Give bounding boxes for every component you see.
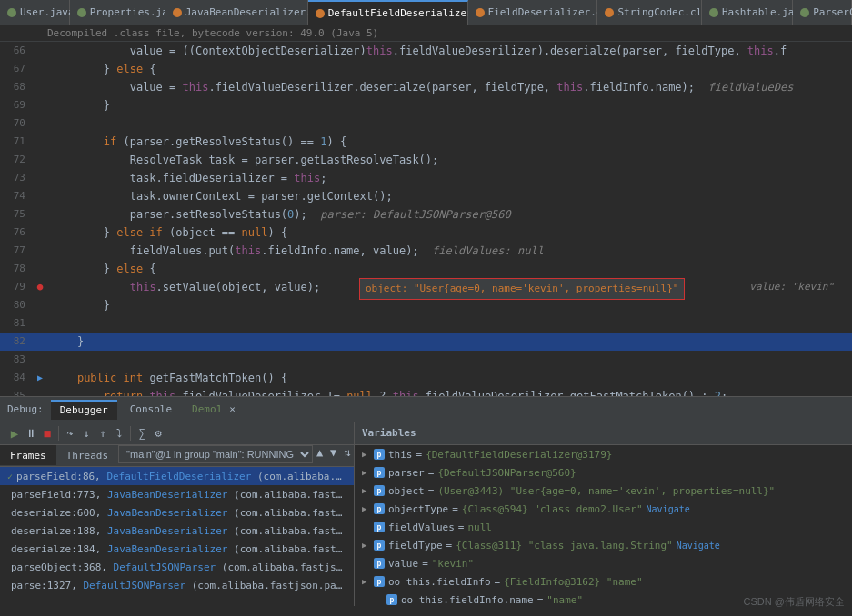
frames-list: ✓ parseField:86, DefaultFieldDeserialize…: [0, 467, 354, 606]
line-content-68: value = this.fieldValueDeserilizer.deser…: [47, 78, 852, 96]
tab-icon-properties: [77, 8, 86, 17]
frame-text-6: parse:1327, DefaultJSONParser (com.aliba…: [11, 580, 346, 591]
debug-controls: ▶ ⏸ ■ ↷ ↓ ↑ ⤵ ∑ ⚙: [7, 426, 165, 441]
tab-icon-user: [7, 8, 16, 17]
var-item-this[interactable]: ▶ p this = {DefaultFieldDeserializer@317…: [355, 445, 852, 463]
tab-icon-defaultfield: [316, 9, 325, 18]
line-number-66: 66: [0, 42, 33, 60]
var-eq-fieldtype: =: [446, 540, 453, 551]
var-val-fieldtype: {Class@311} "class java.lang.String": [456, 540, 672, 551]
tab-parserco[interactable]: ParserCo: [793, 0, 852, 25]
pause-icon[interactable]: ⏸: [24, 426, 38, 441]
code-line-82: 82 }: [0, 333, 852, 351]
frame-item-3[interactable]: deserialze:188, JavaBeanDeserializer (co…: [0, 522, 354, 540]
debug-session-close[interactable]: ×: [229, 403, 236, 415]
stop-icon[interactable]: ■: [40, 426, 55, 441]
debug-session-label[interactable]: Demo1: [192, 403, 222, 415]
var-item-fieldvalues[interactable]: ▶ p fieldValues = null: [355, 518, 852, 536]
code-line-67: 67 } else {: [0, 60, 852, 78]
frame-text-1: parseField:773, JavaBeanDeserializer (co…: [11, 489, 346, 501]
settings-icon[interactable]: ⚙: [151, 426, 165, 441]
code-line-85: 85 return this.fieldValueDeserilizer != …: [0, 387, 852, 396]
expand-fieldtype[interactable]: ▶: [362, 541, 371, 550]
var-item-objecttype[interactable]: ▶ p objectType = {Class@594} "class demo…: [355, 500, 852, 518]
frame-item-1[interactable]: parseField:773, JavaBeanDeserializer (co…: [0, 485, 354, 503]
line-number-84: 84: [0, 369, 33, 387]
line-content-76: } else if (object == null) {: [47, 224, 852, 242]
tab-defaultfield[interactable]: DefaultFieldDeserializer.class ×: [308, 0, 468, 25]
var-name-fieldtype: fieldType: [388, 540, 443, 551]
frame-item-4[interactable]: deserialze:184, JavaBeanDeserializer (co…: [0, 540, 354, 558]
vars-list: ▶ p this = {DefaultFieldDeserializer@317…: [355, 445, 852, 606]
line-number-76: 76: [0, 224, 33, 242]
var-name-this: this: [388, 449, 413, 461]
frame-check-0: ✓: [7, 472, 13, 482]
p-icon-fieldvalues: p: [373, 521, 386, 533]
tab-label-user: User.java: [20, 6, 75, 18]
step-out-icon[interactable]: ↑: [95, 426, 110, 441]
code-line-83: 83: [0, 351, 852, 369]
tab-label-parserco: ParserCo: [813, 6, 852, 18]
code-line-76: 76 } else if (object == null) {: [0, 224, 852, 242]
expand-parser[interactable]: ▶: [362, 468, 371, 477]
tab-user[interactable]: User.java ×: [0, 0, 70, 25]
frame-item-5[interactable]: parseObject:368, DefaultJSONParser (com.…: [0, 558, 354, 576]
frame-text-5: parseObject:368, DefaultJSONParser (com.…: [11, 561, 346, 573]
step-into-icon[interactable]: ↓: [79, 426, 94, 441]
frame-item-2[interactable]: deserialze:600, JavaBeanDeserializer (co…: [0, 503, 354, 522]
tab-fielddeserializer[interactable]: FieldDeserializer.class ×: [468, 0, 598, 25]
evaluate-icon[interactable]: ∑: [135, 426, 149, 441]
tab-javabean[interactable]: JavaBeanDeserializer.class ×: [165, 0, 308, 25]
frame-item-6[interactable]: parse:1327, DefaultJSONParser (com.aliba…: [0, 576, 354, 594]
navigate-objecttype[interactable]: Navigate: [647, 504, 690, 514]
var-val-parser: {DefaultJSONParser@560}: [437, 467, 576, 479]
tab-debugger[interactable]: Debugger: [51, 400, 117, 420]
line-number-83: 83: [0, 351, 33, 369]
var-item-parser[interactable]: ▶ p parser = {DefaultJSONParser@560}: [355, 463, 852, 482]
tab-stringcodec[interactable]: StringCodec.class ×: [597, 0, 701, 25]
run-to-cursor-icon[interactable]: ⤵: [112, 426, 126, 441]
line-content-71: if (parser.getResolveStatus() == 1) {: [47, 133, 852, 151]
var-val-fieldvalues: null: [467, 522, 492, 533]
expand-fieldinfo[interactable]: ▶: [362, 577, 371, 586]
tab-icon-parserco: [800, 8, 809, 17]
line-number-70: 70: [0, 114, 33, 133]
var-name-fieldvalues: fieldValues: [388, 522, 455, 533]
value-hint-79: value: "kevin": [749, 278, 834, 296]
tab-properties[interactable]: Properties.java ×: [70, 0, 165, 25]
expand-this[interactable]: ▶: [362, 450, 371, 459]
frame-text-3: deserialze:188, JavaBeanDeserializer (co…: [11, 525, 346, 537]
tab-hashtable[interactable]: Hashtable.java ×: [702, 0, 793, 25]
arrow-up-icon[interactable]: ▲: [315, 445, 325, 460]
code-line-77: 77 fieldValues.put(this.fieldInfo.name, …: [0, 242, 852, 260]
tab-console[interactable]: Console: [121, 400, 181, 420]
p-icon-fieldinfo-name: p: [386, 593, 398, 606]
var-item-value[interactable]: ▶ p value = "kevin": [355, 554, 852, 572]
var-eq-this: =: [416, 449, 423, 461]
watermark: CSDN @伟盾网络安全: [744, 595, 845, 609]
code-line-79: 79 ● this.setValue(object, value); objec…: [0, 278, 852, 296]
frame-text-2: deserialze:600, JavaBeanDeserializer (co…: [11, 507, 346, 519]
var-item-fieldtype[interactable]: ▶ p fieldType = {Class@311} "class java.…: [355, 536, 852, 554]
navigate-fieldtype[interactable]: Navigate: [677, 541, 720, 551]
var-item-fieldinfo[interactable]: ▶ p oo this.fieldInfo = {FieldInfo@3162}…: [355, 572, 852, 591]
resume-icon[interactable]: ▶: [7, 426, 22, 441]
expand-objecttype[interactable]: ▶: [362, 504, 371, 513]
frame-text-4: deserialze:184, JavaBeanDeserializer (co…: [11, 543, 346, 555]
tab-icon-javabean: [173, 8, 182, 17]
expand-object[interactable]: ▶: [362, 486, 371, 495]
var-item-object[interactable]: ▶ p object = (User@3443) "User{age=0, na…: [355, 482, 852, 500]
arrow-down-icon[interactable]: ▼: [328, 445, 338, 460]
frames-panel: ▶ ⏸ ■ ↷ ↓ ↑ ⤵ ∑ ⚙ Frames Threads "main"@…: [0, 422, 355, 606]
subtab-frames[interactable]: Frames: [0, 445, 56, 465]
step-over-icon[interactable]: ↷: [63, 426, 77, 441]
line-gutter-84: ▶: [33, 369, 47, 387]
thread-selector[interactable]: "main"@1 in group "main": RUNNING: [118, 445, 313, 463]
sort-icon[interactable]: ⇅: [342, 445, 352, 460]
line-content-66: value = ((ContextObjectDeserializer)this…: [47, 42, 852, 60]
var-eq-objecttype: =: [452, 503, 458, 515]
frame-item-0[interactable]: ✓ parseField:86, DefaultFieldDeserialize…: [0, 467, 354, 485]
var-name-fieldinfo-name: oo this.fieldInfo.name: [401, 594, 534, 606]
subtab-threads[interactable]: Threads: [56, 445, 118, 465]
tab-bar: User.java × Properties.java × JavaBeanDe…: [0, 0, 852, 25]
